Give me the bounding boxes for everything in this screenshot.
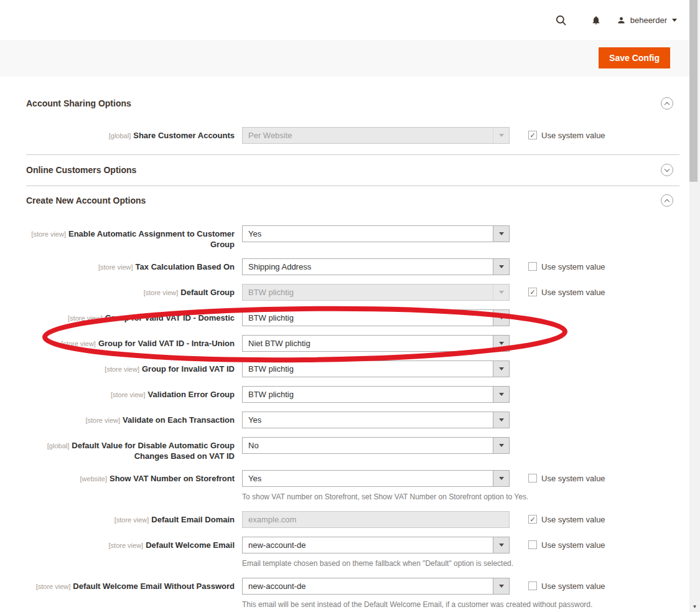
form-row: [store view]Validation Error GroupBTW pl… (12, 386, 689, 403)
dropdown-caret-icon (493, 387, 509, 402)
dropdown-caret-icon (493, 438, 509, 453)
scope-hint: [store view] (105, 365, 139, 373)
field-label: [global]Share Customer Accounts (12, 127, 235, 144)
user-icon (617, 16, 626, 25)
scope-hint: [store view] (36, 583, 71, 590)
scrollbar-down-button[interactable]: ▼ (689, 601, 700, 612)
scope-hint: [store view] (144, 289, 179, 296)
select-validate-on-each-transaction[interactable]: Yes (242, 412, 510, 428)
select-validation-error-group[interactable]: BTW plichtig (242, 386, 510, 403)
field-label-text: Validate on Each Transaction (123, 415, 235, 425)
use-system-value-label: Use system value (541, 515, 605, 524)
use-system-value-checkbox[interactable]: ✓Use system value (528, 131, 689, 144)
field-cell: Per Website (235, 127, 510, 144)
use-system-value-checkbox[interactable]: Use system value (528, 540, 689, 569)
section-title-text: Account Sharing Options (26, 98, 131, 108)
select-share-customer-accounts: Per Website (242, 127, 510, 144)
use-system-value-label: Use system value (541, 581, 605, 591)
header-actions: beheerder (552, 0, 677, 40)
field-label-text: Default Value for Disable Automatic Grou… (72, 441, 235, 461)
search-icon[interactable] (552, 11, 571, 29)
scrollbar-track[interactable]: ▼ (689, 0, 700, 612)
scope-hint: [store view] (31, 230, 66, 238)
field-cell: BTW plichtig (235, 309, 510, 326)
form-row: [store view]Default Email Domainexample.… (12, 511, 689, 528)
dropdown-caret-icon (493, 578, 509, 594)
scope-hint: [store view] (61, 340, 96, 347)
dropdown-caret-icon (493, 537, 509, 553)
field-value: Shipping Address (248, 262, 311, 271)
field-value: No (248, 441, 259, 450)
checkbox-unchecked[interactable] (528, 581, 537, 590)
field-cell: new-account-deEmail template chosen base… (235, 537, 510, 569)
checkbox-unchecked[interactable] (528, 474, 537, 483)
use-system-value-checkbox[interactable]: Use system value (528, 581, 689, 612)
select-default-value-for-disable-automatic-group-changes-based-on-vat-id[interactable]: No (242, 437, 510, 454)
select-group-for-valid-vat-id-domestic[interactable]: BTW plichtig (242, 309, 510, 326)
dropdown-caret-icon (493, 361, 509, 377)
field-label: [store view]Default Email Domain (12, 511, 235, 528)
use-system-value-label: Use system value (541, 262, 605, 271)
form-row: [website]Show VAT Number on StorefrontYe… (12, 470, 689, 502)
form-row: [store view]Default Welcome Emailnew-acc… (12, 537, 689, 569)
scope-hint: [website] (80, 475, 107, 483)
section-title-text: Create New Account Options (26, 195, 146, 205)
save-config-button[interactable]: Save Config (599, 47, 670, 68)
chevron-up-icon (665, 199, 670, 204)
field-cell: Yes (235, 412, 510, 428)
select-enable-automatic-assignment-to-customer-group[interactable]: Yes (242, 225, 510, 242)
select-show-vat-number-on-storefront[interactable]: Yes (242, 470, 510, 487)
field-value: BTW plichtig (248, 390, 294, 399)
select-default-welcome-email[interactable]: new-account-de (242, 537, 510, 553)
chevron-up-icon (665, 102, 670, 107)
field-label: [store view]Default Group (12, 284, 235, 301)
section-collapse-button[interactable] (661, 164, 673, 176)
field-cell: new-account-deThis email will be sent in… (235, 578, 510, 612)
use-system-value-label: Use system value (541, 131, 605, 140)
field-label: [store view]Group for Valid VAT ID - Int… (12, 335, 235, 352)
use-system-value-checkbox[interactable]: ✓Use system value (528, 515, 689, 528)
form-row: [global]Share Customer AccountsPer Websi… (12, 127, 689, 144)
checkbox-unchecked[interactable] (528, 262, 537, 271)
field-label-text: Share Customer Accounts (133, 131, 235, 140)
section-collapse-button[interactable] (661, 97, 673, 110)
field-label: [store view]Default Welcome Email Withou… (12, 578, 235, 612)
field-cell: No (235, 437, 510, 461)
scope-hint: [store view] (111, 391, 146, 398)
checkbox-checked[interactable]: ✓ (528, 131, 537, 139)
section-title: Account Sharing Options (26, 98, 679, 109)
username: beheerder (630, 16, 667, 25)
field-value: new-account-de (248, 581, 306, 591)
field-value: Per Website (248, 131, 292, 140)
scope-hint: [store view] (114, 516, 149, 524)
field-value: example.com (248, 515, 296, 524)
scrollbar-thumb[interactable] (689, 0, 698, 182)
form-row: [store view]Group for Invalid VAT IDBTW … (12, 360, 689, 377)
form-row: [store view]Enable Automatic Assignment … (12, 225, 689, 250)
account-menu[interactable]: beheerder (617, 16, 677, 25)
use-system-value-checkbox[interactable]: ✓Use system value (528, 288, 689, 301)
dropdown-caret-icon (493, 471, 509, 486)
select-tax-calculation-based-on[interactable]: Shipping Address (242, 258, 510, 275)
scope-hint: [store view] (109, 542, 144, 549)
field-label: [store view]Validation Error Group (12, 386, 235, 403)
notifications-bell-icon[interactable] (587, 11, 605, 29)
config-form: Account Sharing Options[global]Share Cus… (0, 77, 689, 612)
chevron-down-icon (672, 19, 677, 22)
use-system-value-label: Use system value (541, 540, 605, 550)
select-default-group: BTW plichtig (242, 284, 510, 301)
checkbox-unchecked[interactable] (528, 540, 537, 549)
field-cell: Yes (235, 225, 510, 250)
select-group-for-valid-vat-id-intra-union[interactable]: Niet BTW plichtig (242, 335, 510, 352)
field-cell: YesTo show VAT number on Storefront, set… (235, 470, 510, 502)
field-label-text: Group for Valid VAT ID - Domestic (105, 313, 235, 322)
checkbox-checked[interactable]: ✓ (528, 288, 537, 296)
section-collapse-button[interactable] (661, 194, 673, 207)
use-system-value-checkbox[interactable]: Use system value (528, 262, 689, 275)
select-default-welcome-email-without-password[interactable]: new-account-de (242, 578, 510, 595)
select-group-for-invalid-vat-id[interactable]: BTW plichtig (242, 360, 510, 377)
form-row: [store view]Validate on Each Transaction… (12, 412, 689, 428)
checkbox-checked[interactable]: ✓ (528, 515, 537, 524)
dropdown-caret-icon (493, 226, 509, 242)
use-system-value-checkbox[interactable]: Use system value (528, 474, 689, 502)
